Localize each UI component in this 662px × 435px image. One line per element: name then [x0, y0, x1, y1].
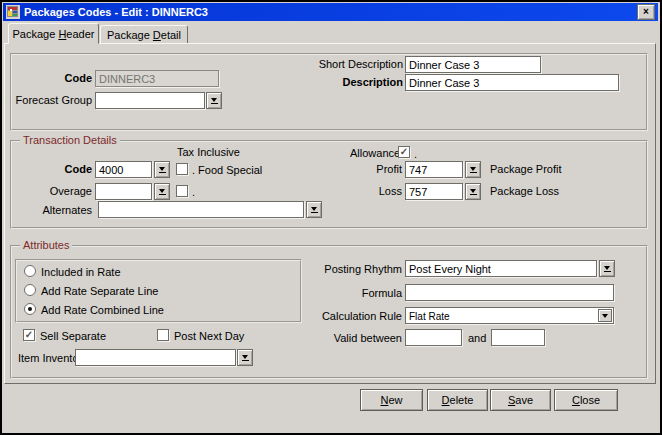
post-next-day-checkbox[interactable] [157, 329, 169, 341]
calculation-rule-label: Calculation Rule [307, 310, 402, 322]
lov-arrow-icon [470, 189, 476, 193]
description-label: Description [307, 76, 403, 88]
tab-package-detail-label: Package Detail [107, 29, 181, 41]
short-description-field[interactable]: Dinner Case 3 [405, 56, 541, 73]
transaction-code-lov-button[interactable] [154, 161, 170, 178]
check-icon: ✓ [25, 330, 33, 340]
loss-label: Loss [349, 185, 402, 197]
description-field[interactable]: Dinner Case 3 [405, 74, 619, 91]
calculation-rule-dropdown[interactable]: Flat Rate [405, 307, 614, 324]
valid-between-label: Valid between [320, 332, 402, 344]
lov-arrow-icon [159, 167, 165, 171]
lov-arrow-icon [242, 355, 248, 359]
valid-to-field[interactable] [491, 329, 545, 346]
radio-included-in-rate-label: Included in Rate [41, 266, 121, 278]
save-button[interactable]: Save [490, 389, 551, 411]
item-inventory-lov-button[interactable] [237, 349, 253, 366]
dropdown-arrow-button[interactable] [598, 309, 612, 322]
sell-separate-label: Sell Separate [40, 330, 106, 342]
overage-checkbox[interactable] [176, 185, 188, 197]
food-special-checkbox[interactable] [176, 163, 188, 175]
tab-package-detail[interactable]: Package Detail [100, 25, 188, 44]
allowance-label: Allowance [350, 147, 400, 159]
close-button-bottom[interactable]: Close [554, 389, 618, 411]
radio-add-rate-combined-line[interactable] [24, 303, 36, 315]
profit-label: Profit [349, 163, 402, 175]
close-icon: × [643, 7, 649, 17]
posting-rhythm-field[interactable]: Post Every Night [405, 260, 597, 277]
package-loss-label: Package Loss [490, 185, 559, 197]
lov-arrow-icon [211, 98, 217, 102]
post-next-day-label: Post Next Day [174, 330, 244, 342]
radio-included-in-rate[interactable] [24, 265, 36, 277]
formula-label: Formula [320, 287, 402, 299]
alternates-label: Alternates [26, 204, 92, 216]
radio-add-rate-separate-line[interactable] [24, 284, 36, 296]
radio-add-rate-combined-line-label: Add Rate Combined Line [41, 304, 164, 316]
allowance-checkbox[interactable]: ✓ [398, 146, 410, 158]
alternates-field[interactable] [98, 201, 304, 218]
close-button[interactable]: × [637, 4, 655, 20]
delete-button[interactable]: Delete [427, 389, 488, 411]
new-button-label: New [380, 394, 402, 406]
check-icon: ✓ [400, 147, 408, 157]
package-profit-label: Package Profit [490, 163, 562, 175]
valid-from-field[interactable] [405, 329, 462, 346]
loss-lov-button[interactable] [465, 183, 481, 200]
close-button-label: Close [572, 394, 600, 406]
overage-label: Overage [26, 185, 92, 197]
chevron-down-icon [602, 314, 608, 318]
posting-rhythm-lov-button[interactable] [599, 260, 615, 277]
packages-codes-edit-window: Packages Codes - Edit : DINNERC3 × Packa… [0, 0, 662, 435]
tax-inclusive-label: Tax Inclusive [177, 146, 240, 158]
forecast-group-lov-button[interactable] [206, 92, 222, 109]
code-label: Code [22, 72, 92, 84]
alternates-lov-button[interactable] [306, 201, 322, 218]
radio-selected-dot [28, 307, 32, 311]
lov-arrow-icon [604, 266, 610, 270]
posting-rhythm-label: Posting Rhythm [320, 263, 402, 275]
food-special-label: . Food Special [192, 164, 262, 176]
formula-field[interactable] [405, 284, 614, 301]
tab-package-header[interactable]: Package Header [8, 23, 99, 44]
overage-lov-button[interactable] [154, 183, 170, 200]
attributes-title: Attributes [20, 239, 72, 251]
short-description-label: Short Description [307, 58, 403, 70]
profit-field[interactable]: 747 [405, 161, 463, 178]
transaction-details-title: Transaction Details [20, 134, 120, 146]
allowance-suffix-label: . [414, 148, 417, 160]
new-button[interactable]: New [360, 389, 423, 411]
window-title: Packages Codes - Edit : DINNERC3 [24, 6, 208, 18]
title-bar: Packages Codes - Edit : DINNERC3 × [3, 3, 658, 21]
profit-lov-button[interactable] [465, 161, 481, 178]
forecast-group-label: Forecast Group [10, 94, 92, 106]
lov-arrow-icon [159, 189, 165, 193]
lov-arrow-icon [470, 167, 476, 171]
delete-button-label: Delete [442, 394, 474, 406]
calculation-rule-value: Flat Rate [409, 311, 450, 322]
transaction-code-label: Code [38, 163, 92, 175]
transaction-code-field[interactable]: 4000 [95, 161, 152, 178]
forecast-group-field[interactable] [95, 92, 205, 109]
app-icon [6, 5, 20, 19]
item-inventory-field[interactable] [75, 349, 236, 366]
tab-package-header-label: Package Header [13, 28, 95, 40]
and-label: and [468, 332, 486, 344]
radio-add-rate-separate-line-label: Add Rate Separate Line [41, 285, 158, 297]
lov-arrow-icon [311, 207, 317, 211]
code-field[interactable]: DINNERC3 [95, 70, 219, 87]
loss-field[interactable]: 757 [405, 183, 463, 200]
save-button-label: Save [508, 394, 533, 406]
overage-field[interactable] [95, 183, 152, 200]
sell-separate-checkbox[interactable]: ✓ [23, 329, 35, 341]
overage-suffix-label: . [192, 186, 195, 198]
